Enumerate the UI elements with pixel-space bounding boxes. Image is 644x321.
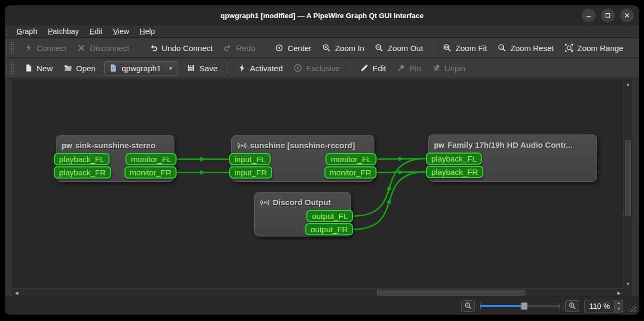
- graph-canvas[interactable]: pwsink-sunshine-stereoplayback_FLplaybac…: [12, 80, 623, 288]
- redo-icon: [223, 44, 232, 53]
- graph-canvas-frame: pwsink-sunshine-stereoplayback_FLplaybac…: [12, 79, 632, 297]
- toolbar-drag-handle[interactable]: [10, 41, 14, 54]
- port-sink-playback-fr[interactable]: playback_FR: [54, 166, 111, 179]
- menu-item-patchbay[interactable]: Patchbay: [43, 26, 84, 37]
- toolbar-button-connect[interactable]: Connect: [19, 41, 72, 55]
- spin-up-button[interactable]: ▲: [615, 300, 623, 306]
- toolbar-drag-handle[interactable]: [10, 62, 14, 74]
- port-sunshine-input-fr[interactable]: input_FR: [229, 166, 272, 179]
- new-icon: [24, 64, 33, 73]
- toolbar-graph: ConnectDisconnectUndo ConnectRedoCenterZ…: [5, 38, 639, 58]
- scroll-left-arrow-icon[interactable]: ◀: [12, 289, 21, 297]
- port-discord-output-fl[interactable]: output_FL: [306, 210, 353, 222]
- maximize-button[interactable]: [601, 9, 615, 22]
- toolbar-button-zoom-out[interactable]: Zoom Out: [370, 41, 429, 55]
- toolbar-button-redo[interactable]: Redo: [218, 41, 261, 55]
- toolbar-button-label: Exclusive: [306, 64, 340, 73]
- toolbar-button-label: Unpin: [445, 64, 465, 73]
- zoom-slider[interactable]: [480, 301, 560, 311]
- zoom-out-icon: [464, 302, 472, 310]
- toolbar-button-zoom-fit[interactable]: Zoom Fit: [438, 41, 492, 55]
- toolbar-button-center[interactable]: Center: [270, 41, 317, 55]
- zoom-slider-handle[interactable]: [521, 302, 528, 310]
- patchbay-selector[interactable]: qpwgraph1▼: [104, 61, 178, 75]
- toolbar-button-label: Zoom Fit: [456, 44, 487, 53]
- vertical-scrollbar-thumb[interactable]: [625, 140, 631, 216]
- toolbar-button-open[interactable]: Open: [58, 61, 101, 75]
- toolbar-button-zoom-in[interactable]: Zoom In: [317, 41, 370, 55]
- zoom-in-button[interactable]: [565, 300, 579, 312]
- toolbar-button-save[interactable]: Save: [181, 61, 223, 75]
- close-button[interactable]: [620, 9, 634, 22]
- toolbar-button-pin[interactable]: Pin: [391, 61, 426, 75]
- spin-down-button[interactable]: ▼: [615, 306, 623, 312]
- port-family-playback-fl[interactable]: playback_FL: [426, 153, 482, 165]
- zoom-range-icon: [564, 44, 573, 53]
- open-icon: [63, 64, 72, 73]
- toolbar-button-label: Zoom In: [335, 44, 364, 53]
- chevron-down-icon: ▼: [168, 65, 173, 71]
- zoom-reset-icon: 1: [498, 44, 507, 53]
- activated-icon: [237, 64, 246, 73]
- toolbar-separator: [139, 41, 139, 54]
- zoom-spinbox[interactable]: 110 % ▲ ▼: [584, 300, 623, 312]
- port-sunshine-input-fl[interactable]: input_FL: [229, 153, 271, 165]
- toolbar-button-disconnect[interactable]: Disconnect: [72, 41, 135, 55]
- center-icon: [275, 44, 284, 53]
- connection-wire[interactable]: [377, 172, 426, 173]
- broadcast-icon: [260, 199, 270, 206]
- toolbar-button-label: Zoom Reset: [511, 44, 554, 53]
- port-discord-output-fr[interactable]: output_FR: [305, 223, 353, 235]
- menu-item-graph[interactable]: Graph: [11, 26, 43, 37]
- node-title: Discord Output: [273, 198, 331, 207]
- title-bar[interactable]: qpwgraph1 [modified] — A PipeWire Graph …: [5, 5, 639, 26]
- port-sunshine-monitor-fl[interactable]: monitor_FL: [325, 153, 377, 165]
- node-discord[interactable]: Discord Outputoutput_FLoutput_FR: [254, 192, 351, 236]
- node-sink[interactable]: pwsink-sunshine-stereoplayback_FLplaybac…: [56, 135, 174, 182]
- toolbar-button-activated[interactable]: Activated: [232, 61, 288, 75]
- toolbar-button-edit[interactable]: Edit: [354, 61, 391, 75]
- toolbar-button-unpin[interactable]: Unpin: [426, 61, 471, 75]
- menu-item-edit[interactable]: Edit: [84, 26, 107, 37]
- horizontal-scrollbar-thumb[interactable]: [377, 290, 525, 295]
- scroll-right-arrow-icon[interactable]: ▶: [615, 289, 623, 297]
- wire-arrow-icon: [398, 170, 404, 174]
- node-sunshine[interactable]: sunshine [sunshine-record]input_FLinput_…: [231, 135, 374, 182]
- scroll-down-arrow-icon[interactable]: ▼: [624, 280, 632, 288]
- port-sink-playback-fl[interactable]: playback_FL: [54, 153, 110, 165]
- port-family-playback-fr[interactable]: playback_FR: [426, 166, 483, 178]
- resize-grip[interactable]: [628, 304, 636, 312]
- wire-arrow-icon: [387, 184, 393, 190]
- port-sunshine-monitor-fr[interactable]: monitor_FR: [324, 166, 377, 179]
- port-sink-monitor-fl[interactable]: monitor_FL: [126, 153, 177, 165]
- node-title: sink-sunshine-stereo: [75, 141, 155, 150]
- connect-icon: [24, 44, 33, 53]
- close-icon: [624, 12, 630, 19]
- status-bar: 110 % ▲ ▼: [5, 297, 639, 315]
- zoom-value: 110 %: [585, 302, 614, 310]
- horizontal-scrollbar[interactable]: ◀ ▶: [12, 288, 623, 297]
- port-sink-monitor-fr[interactable]: monitor_FR: [124, 166, 177, 179]
- toolbar-button-exclusive[interactable]: Exclusive: [288, 61, 345, 75]
- scroll-up-arrow-icon[interactable]: ▲: [624, 80, 632, 88]
- connection-wire[interactable]: [377, 159, 426, 159]
- undo-icon: [149, 44, 158, 53]
- zoom-out-button[interactable]: [461, 300, 475, 312]
- menu-item-help[interactable]: Help: [135, 26, 161, 37]
- wire-arrow-icon: [200, 157, 206, 162]
- toolbar-button-zoom-range[interactable]: Zoom Range: [559, 41, 629, 55]
- edit-icon: [359, 64, 369, 73]
- toolbar-button-label: Open: [76, 64, 96, 73]
- minimize-button[interactable]: [582, 9, 596, 22]
- toolbar-file: NewOpenqpwgraph1▼SaveActivatedExclusiveE…: [5, 58, 639, 79]
- save-icon: [187, 64, 196, 73]
- toolbar-button-undo-connect[interactable]: Undo Connect: [144, 41, 218, 55]
- broadcast-icon: [237, 142, 247, 149]
- vertical-scrollbar[interactable]: ▲ ▼: [623, 80, 632, 288]
- menu-item-view[interactable]: View: [107, 26, 134, 37]
- connection-wires-layer: [12, 80, 623, 288]
- toolbar-button-new[interactable]: New: [19, 61, 58, 75]
- zoom-fit-icon: [443, 44, 452, 53]
- node-family[interactable]: pwFamily 17h/19h HD Audio Contr...playba…: [428, 134, 597, 182]
- toolbar-button-zoom-reset[interactable]: 1Zoom Reset: [492, 41, 559, 55]
